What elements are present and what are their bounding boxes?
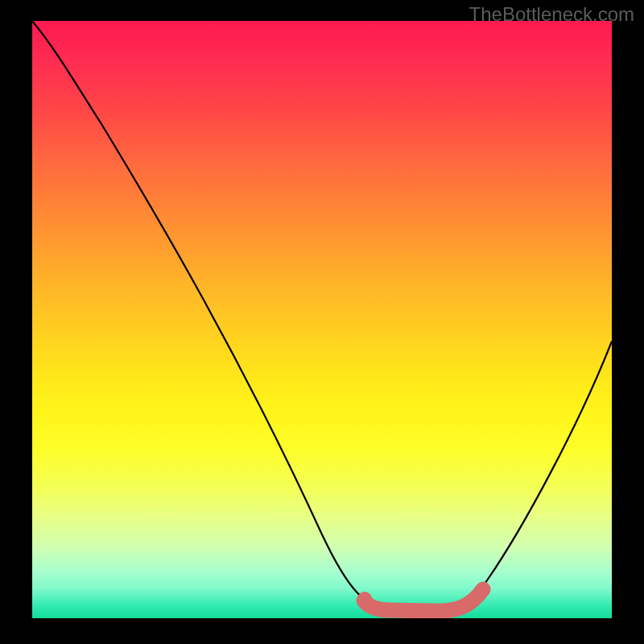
valley-highlight: [364, 589, 483, 611]
highlight-dot-left: [357, 592, 372, 606]
watermark-text: TheBottleneck.com: [469, 3, 634, 26]
curve-svg: [32, 21, 612, 618]
bottleneck-curve: [32, 21, 612, 610]
plot-area: [32, 21, 612, 618]
